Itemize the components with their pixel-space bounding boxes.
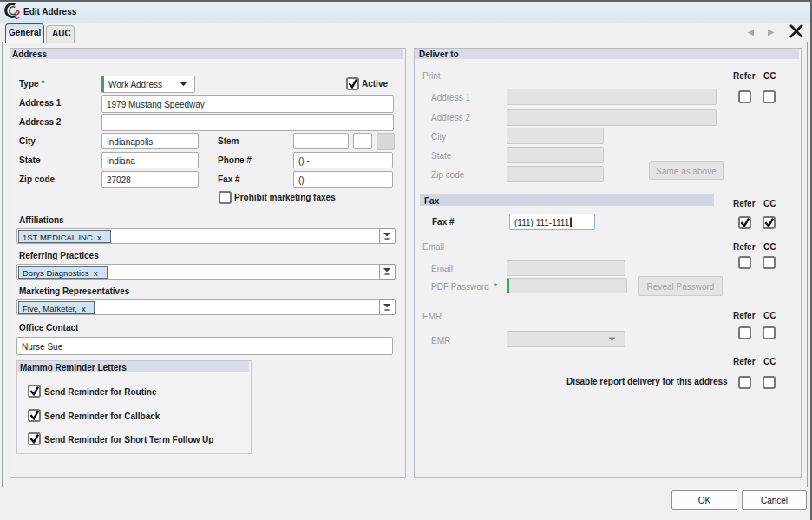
svg-text:e: e	[14, 3, 20, 21]
